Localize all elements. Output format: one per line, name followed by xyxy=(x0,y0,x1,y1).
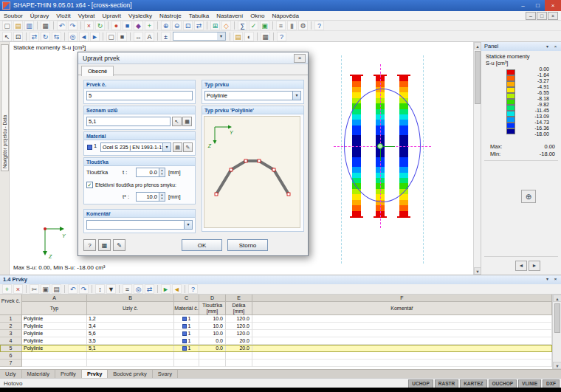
effective-thickness-input[interactable]: 10.0 ▴ ▾ xyxy=(136,192,165,202)
cell[interactable] xyxy=(226,360,252,367)
panel-page-left-icon[interactable]: ◄ xyxy=(515,261,527,271)
column-header-material-c.[interactable]: Materiál č. xyxy=(174,302,199,315)
move-icon[interactable]: ⇄ xyxy=(30,32,39,41)
insert-point-icon[interactable]: + xyxy=(145,21,154,30)
row-number[interactable]: 2 xyxy=(0,323,22,330)
scroll-up-icon[interactable]: ▲ xyxy=(553,295,561,302)
select-window-icon[interactable]: ⊡ xyxy=(13,32,23,41)
toolbar-combobox[interactable]: ▾ xyxy=(173,32,226,41)
column-letter-E[interactable]: E xyxy=(226,295,252,302)
scrollbar-thumb[interactable] xyxy=(554,303,560,333)
menu-item-upravit[interactable]: Upravit xyxy=(99,11,125,21)
table-close-icon[interactable]: × xyxy=(552,276,559,283)
chevron-down-icon[interactable]: ▾ xyxy=(184,221,192,229)
table-row[interactable]: 2Polylinie3,4110.0120.0 xyxy=(0,323,552,330)
column-header-komentar[interactable]: Komentář xyxy=(252,302,552,315)
status-toggle-vlinie[interactable]: VLINIE xyxy=(518,379,541,388)
column-header-typ[interactable]: Typ xyxy=(22,302,87,315)
column-header-tloustka-[mm][interactable]: Tloušťka [mm] xyxy=(199,302,226,315)
import-icon[interactable]: ◄ xyxy=(172,284,182,294)
menu-item-vysledky[interactable]: Výsledky xyxy=(125,11,156,21)
chevron-down-icon[interactable]: ▾ xyxy=(162,143,171,151)
dialog-edit-icon[interactable]: ✎ xyxy=(113,239,125,251)
ok-button[interactable]: OK xyxy=(182,239,222,251)
cell[interactable]: 120.0 xyxy=(226,315,252,323)
thickness-input[interactable]: 0.0 ▴ ▾ xyxy=(136,168,165,177)
cell[interactable]: Polylinie xyxy=(22,337,87,345)
open-file-icon[interactable]: ▤ xyxy=(13,21,23,30)
help-icon[interactable]: ? xyxy=(314,21,324,30)
cell[interactable] xyxy=(226,352,252,360)
effective-thickness-checkbox[interactable]: ✓ xyxy=(86,182,93,188)
cancel-button[interactable]: Storno xyxy=(227,239,268,251)
cell-material[interactable]: 1 xyxy=(174,337,199,345)
rotate-icon[interactable]: ↻ xyxy=(41,32,50,41)
cell-material[interactable]: 1 xyxy=(174,345,199,352)
row-number[interactable]: 3 xyxy=(0,330,22,337)
refresh-icon[interactable]: ↻ xyxy=(95,21,105,30)
dialog-help-icon[interactable]: ? xyxy=(83,239,96,251)
magnifier-icon[interactable]: ⊕ xyxy=(521,190,536,203)
table-row[interactable]: 5Polylinie5,110.020.0 xyxy=(0,345,552,352)
material-edit-icon[interactable]: ✎ xyxy=(183,142,193,152)
to-graphic-icon[interactable]: ◎ xyxy=(134,284,143,294)
mirror-icon[interactable]: ⇆ xyxy=(52,32,61,41)
cell-material[interactable]: 1 xyxy=(174,315,199,323)
status-toggle-rastr[interactable]: RASTR xyxy=(435,379,458,388)
pan-icon[interactable]: ⇄ xyxy=(194,21,204,30)
cell[interactable]: 0.0 xyxy=(199,337,226,345)
grid-icon[interactable]: ⊞ xyxy=(210,21,220,30)
cell[interactable]: 3,4 xyxy=(87,323,174,330)
canvas-vertical-scrollbar[interactable]: ▲ ▼ xyxy=(473,42,481,275)
mdi-close-icon[interactable]: × xyxy=(548,12,558,20)
table-vertical-scrollbar[interactable]: ▲ ▼ xyxy=(552,295,561,369)
maximize-icon[interactable]: □ xyxy=(531,0,545,11)
node-list-input[interactable] xyxy=(86,117,171,126)
menu-item-tabulka[interactable]: Tabulka xyxy=(185,11,213,21)
visibility-icon[interactable]: ◐ xyxy=(244,32,254,41)
cell[interactable]: 1,2 xyxy=(87,315,174,323)
check-icon[interactable]: ✓ xyxy=(249,21,258,30)
wireframe-icon[interactable]: ▢ xyxy=(106,32,116,41)
cell[interactable]: 5,1 xyxy=(87,345,174,352)
calculate-icon[interactable]: ∑ xyxy=(238,21,247,30)
insert-node-icon[interactable]: ● xyxy=(111,21,121,30)
export-icon[interactable]: ► xyxy=(161,284,171,294)
cell[interactable] xyxy=(252,323,552,330)
menu-item-vybrat[interactable]: Vybrat xyxy=(75,11,99,21)
save-file-icon[interactable]: ▥ xyxy=(24,21,34,30)
cell[interactable] xyxy=(199,360,226,367)
status-toggle-uchop[interactable]: UCHOP xyxy=(408,379,433,388)
cell[interactable]: 10.0 xyxy=(199,315,226,323)
spin-down-icon[interactable]: ▾ xyxy=(159,196,165,200)
select-all-icon[interactable]: ≡ xyxy=(123,284,132,294)
column-letter-F[interactable]: F xyxy=(252,295,552,302)
table-row[interactable]: 7 xyxy=(0,360,552,367)
column-letter-C[interactable]: C xyxy=(174,295,199,302)
table-row[interactable]: 6 xyxy=(0,352,552,360)
snap-icon[interactable]: ◇ xyxy=(221,21,231,30)
cell-material[interactable] xyxy=(174,360,199,367)
filter-icon[interactable]: ▼ xyxy=(106,284,116,294)
view-next-icon[interactable]: ► xyxy=(90,32,100,41)
mdi-minimize-icon[interactable]: – xyxy=(526,12,536,20)
spin-down-icon[interactable]: ▾ xyxy=(159,172,165,176)
cell[interactable] xyxy=(252,315,552,323)
cell[interactable] xyxy=(199,352,226,360)
undo-icon[interactable]: ↶ xyxy=(68,284,78,294)
layers-icon[interactable]: ▤ xyxy=(233,32,243,41)
cell-material[interactable] xyxy=(174,352,199,360)
cell[interactable] xyxy=(252,330,552,337)
copy-icon[interactable]: ▣ xyxy=(41,284,50,294)
row-number[interactable]: 1 xyxy=(0,315,22,323)
cell[interactable] xyxy=(252,345,552,352)
redo-icon[interactable]: ↷ xyxy=(68,21,78,30)
help-icon[interactable]: ? xyxy=(277,32,286,41)
column-letter-B[interactable]: B xyxy=(87,295,174,302)
cell[interactable]: Polylinie xyxy=(22,330,87,337)
table-menu-icon[interactable]: ▾ xyxy=(544,276,551,283)
dialog-details-icon[interactable]: ▦ xyxy=(98,239,111,251)
solid-icon[interactable]: ■ xyxy=(117,32,127,41)
insert-row-icon[interactable]: + xyxy=(2,284,12,294)
cell[interactable]: 20.0 xyxy=(226,337,252,345)
